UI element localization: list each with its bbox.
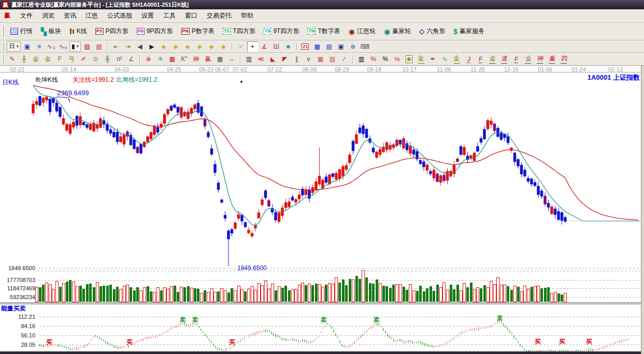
gann-box-tool[interactable]: ▩ [167,54,178,64]
pencil-tool[interactable]: ✎ [7,54,18,64]
platform-wave-tool[interactable]: ∿ [439,54,450,64]
number-grid-tool[interactable]: ▦ [214,54,225,64]
parallel-tool[interactable]: ∕ [339,54,350,64]
hexagon-button[interactable]: ◇六角形 [416,25,449,38]
gold-grid-b-tool[interactable]: 金 [42,54,53,64]
workstation-tool[interactable]: ⌨ [360,41,370,52]
percent-fan-tool[interactable]: % [368,54,379,64]
web-data-tool[interactable]: ⊕ [348,41,359,52]
calculator-tool[interactable]: ▦ [312,41,323,52]
j-angle-tool[interactable]: J [463,54,474,64]
toolbar-grip[interactable] [2,42,4,50]
p-square-button[interactable]: PSP四方形 [92,25,132,38]
toolbar-grip[interactable] [2,55,4,63]
gann-diamond-star-button[interactable]: ◈ [206,41,217,52]
toolbar-grip[interactable] [2,26,4,37]
gann-frame-tool[interactable]: Ш [271,41,282,52]
pan-hand-tool[interactable]: ☞ [235,41,246,52]
percent-line-tool[interactable]: ℅ [392,54,403,64]
nav-first-button[interactable]: ⇤ [111,41,122,52]
menu-settings[interactable]: 设置 [137,10,159,22]
wave9-tool[interactable]: ∿9 [58,41,68,52]
angle-ruler-tool[interactable]: ∠ [126,54,137,64]
fan-tool[interactable]: ≪ [255,54,266,64]
k-mark-tool[interactable]: K" [179,54,190,64]
gann-diamond-all-button[interactable]: ◈ [218,41,229,52]
t-number-button[interactable]: TNT数字表 [304,25,344,38]
spiral-tool[interactable]: 弓 [66,54,77,64]
menu-gann[interactable]: 江恩 [81,10,103,22]
kline-button[interactable]: K线 [66,25,91,38]
gann-diamond-left-button[interactable]: ◈ [159,41,169,52]
candle-style-combo[interactable]: ▮ [69,41,81,52]
p9-square-button[interactable]: P99P四方形 [133,25,177,38]
pattern-select-tool[interactable]: ▣ [22,41,33,52]
menu-news[interactable]: 资讯 [59,10,81,22]
t9-square-button[interactable]: T99T四方形 [260,25,303,38]
win-grid-tool[interactable]: 赢 [203,54,213,64]
save-tool[interactable]: ▣ [336,41,347,52]
price-grid-b-tool[interactable]: ▧ [327,54,338,64]
price-grid-tool[interactable]: ▦ [315,54,326,64]
gann-wheel-button[interactable]: ◉江恩轮 [345,25,379,38]
winner-wheel-button[interactable]: ◉赢家轮 [380,25,414,38]
ruler-grid-tool[interactable]: ╫ [102,54,113,64]
p-number-button[interactable]: PNP数字表 [178,25,219,38]
pillar-tool[interactable]: ▥ [244,54,254,64]
fan-box-tool[interactable]: ◣ [267,54,278,64]
star-cycle-tool[interactable]: ✳ [155,54,166,64]
pane-divider[interactable] [0,302,644,304]
zigzag-tool[interactable]: ∨ [303,54,314,64]
wave3-tool[interactable]: ∿3 [46,41,56,52]
time-cycle-tool[interactable]: ⊙ [90,54,101,64]
gold-angle-b-tool[interactable]: 金 [523,54,534,64]
pen-mark-tool[interactable]: ✒ [427,54,438,64]
trend-rays-tool[interactable]: ∥ [291,54,302,64]
gann-diamond-right-button[interactable]: ◈ [170,41,181,52]
n-square-tool[interactable]: n² [114,54,125,64]
sector-button[interactable]: ▚板块 [37,25,65,38]
pattern-red-tool[interactable]: ▨ [82,41,93,52]
circle-cross-tool[interactable]: ⊕ [143,54,154,64]
scale-tool[interactable]: ▥ [356,54,367,64]
auto-wave-tool[interactable]: ♣ [283,41,294,52]
nav-next-button[interactable]: ▶ [147,41,158,52]
gold-angle-tool[interactable]: 金 [487,54,498,64]
gold-ratio-line-tool[interactable]: 金 [416,54,426,64]
shen-angle-tool[interactable]: 神 [535,54,546,64]
f-angle-b-tool[interactable]: F [511,54,522,64]
menu-tools[interactable]: 工具 [159,10,180,22]
shen-grid-tool[interactable]: 神 [191,54,202,64]
period-day-combo[interactable]: 日 [7,41,21,52]
report-tool[interactable]: ▤ [324,41,335,52]
f-grid-tool[interactable]: F [54,54,65,64]
f-angle-tool[interactable]: F [475,54,486,64]
menu-help[interactable]: 帮助 [236,10,258,22]
nav-prev-button[interactable]: ◀ [135,41,146,52]
note-tool[interactable]: ≡ [34,41,45,52]
win-angle-tool[interactable]: 赢 [547,54,557,64]
four-angle-tool[interactable]: 四 [559,54,569,64]
gold-ratio-circle-tool[interactable]: 金 [404,54,414,64]
gold-channel-tool[interactable]: 金 [451,54,462,64]
crosshair-tool[interactable]: + [247,41,258,52]
gann-diamond-h-button[interactable]: ◈ [182,41,193,52]
winner-service-button[interactable]: $赢家服务 [450,25,488,38]
span-measure-tool[interactable]: ↔ [226,54,237,64]
menu-trade-order[interactable]: 交易委托 [202,10,236,22]
nav-last-button[interactable]: ⇥ [123,41,134,52]
grid-ruler-tool[interactable]: ╫ [19,54,30,64]
histogram-tool[interactable]: ▤ [94,41,105,52]
quote-button[interactable]: 行情 [7,25,36,38]
menu-browse[interactable]: 浏览 [37,10,59,22]
pencil-b-tool[interactable]: ✐ [78,54,89,64]
menu-formula-stock-pick[interactable]: 公式选股 [103,10,137,22]
fan-box-b-tool[interactable]: ◤ [279,54,290,64]
percent-tool[interactable]: % [380,54,391,64]
gold-grid-tool[interactable]: 金 [31,54,41,64]
gann-diamond-x-button[interactable]: ◈ [194,41,205,52]
menu-window[interactable]: 窗口 [180,10,202,22]
t-square-button[interactable]: TST四方形 [219,25,259,38]
angle-measure-tool[interactable]: ∡ [259,41,270,52]
speed-angle-tool[interactable]: 速 [499,54,510,64]
